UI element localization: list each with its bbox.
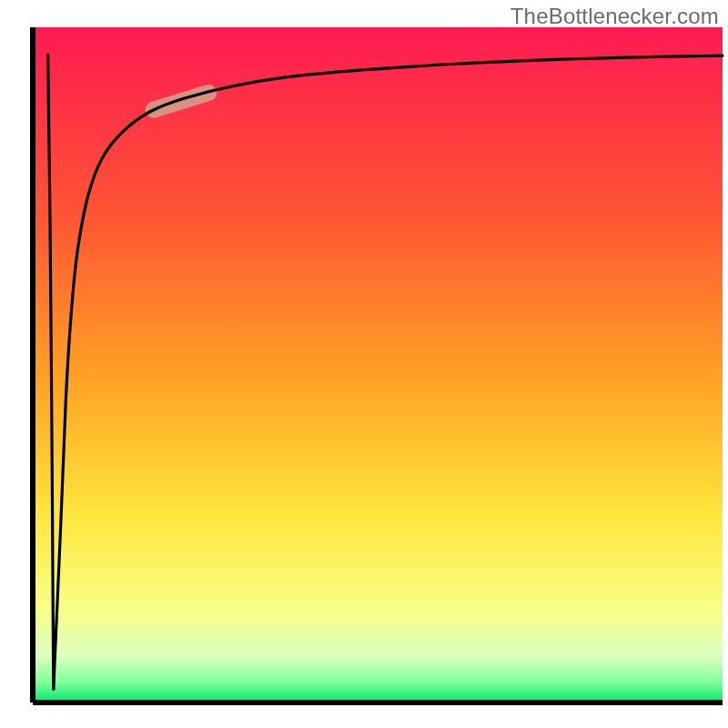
watermark-text: TheBottlenecker.com <box>511 4 719 29</box>
chart-svg <box>0 0 728 728</box>
plot-background <box>33 27 723 703</box>
chart-stage: TheBottlenecker.com <box>0 0 728 728</box>
